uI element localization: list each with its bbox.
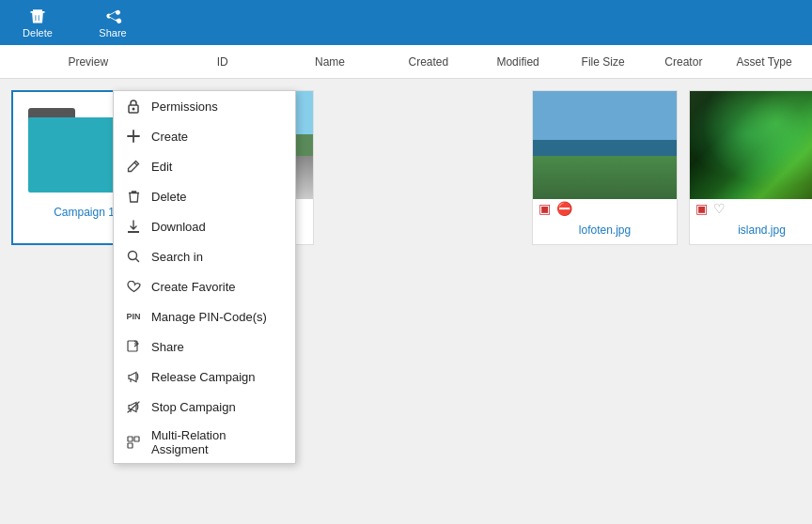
lock-icon (125, 98, 142, 115)
col-assettype: Asset Type (724, 55, 804, 69)
menu-item-search-in[interactable]: Search in (114, 241, 295, 271)
megaphone-icon (125, 368, 142, 385)
svg-point-1 (133, 108, 135, 111)
menu-item-share[interactable]: Share (114, 331, 295, 362)
menu-item-delete[interactable]: Delete (114, 181, 295, 211)
col-creator: Creator (644, 55, 725, 69)
heart-icon (125, 278, 142, 295)
menu-item-release-campaign[interactable]: Release Campaign (114, 362, 295, 392)
search-in-label: Search in (151, 250, 284, 264)
col-filesize: File Size (563, 55, 644, 69)
megaphone-off-icon (125, 398, 142, 415)
svg-rect-6 (128, 443, 133, 448)
toolbar: Delete Share (0, 0, 812, 45)
share-button[interactable]: Share (90, 7, 135, 39)
multi-relation-label: Multi-Relation Assigment (151, 428, 284, 456)
lofoten-image (533, 91, 677, 199)
edit-label: Edit (151, 160, 284, 174)
island-image (690, 91, 812, 199)
col-created: Created (383, 55, 473, 69)
island-stop-icon: ▣ (695, 201, 708, 216)
col-preview: Preview (8, 55, 169, 69)
release-campaign-label: Release Campaign (151, 370, 284, 384)
download-label: Download (151, 220, 284, 234)
menu-item-permissions[interactable]: Permissions (114, 91, 295, 121)
context-menu: Permissions Create Edit (113, 90, 296, 464)
lofoten-stop-icon: ▣ (539, 201, 551, 216)
delete-label: Delete (151, 190, 284, 204)
menu-item-stop-campaign[interactable]: Stop Campaign (114, 392, 295, 422)
menu-item-multi-relation[interactable]: Multi-Relation Assigment (114, 422, 295, 463)
share-icon (125, 338, 142, 355)
menu-item-edit[interactable]: Edit (114, 151, 295, 181)
menu-item-download[interactable]: Download (114, 211, 295, 241)
lofoten-preview (533, 91, 677, 199)
col-modified: Modified (473, 55, 562, 69)
relation-icon (125, 434, 142, 451)
svg-rect-4 (128, 437, 133, 441)
menu-item-create[interactable]: Create (114, 121, 295, 151)
menu-item-create-favorite[interactable]: Create Favorite (114, 271, 295, 301)
pin-icon: PIN (125, 308, 142, 325)
island-preview (690, 91, 812, 199)
col-id: ID (169, 55, 276, 69)
pencil-icon (125, 158, 142, 175)
asset-card-island[interactable]: ▣ ♡ island.jpg (689, 90, 812, 245)
main-content: Campaign 1 Permissions Cre (0, 79, 812, 524)
col-name: Name (276, 55, 383, 69)
manage-pin-label: Manage PIN-Code(s) (151, 310, 284, 324)
island-heart-icon: ♡ (713, 201, 726, 216)
island-label: island.jpg (734, 218, 789, 242)
asset-card-lofoten[interactable]: ▣ ⛔ lofoten.jpg (532, 90, 678, 245)
share-label: Share (151, 340, 284, 354)
create-favorite-label: Create Favorite (151, 280, 284, 294)
column-headers: Preview ID Name Created Modified File Si… (0, 45, 812, 79)
svg-rect-5 (134, 437, 139, 441)
stop-campaign-label: Stop Campaign (151, 400, 284, 414)
lofoten-icons: ▣ ⛔ (533, 199, 578, 218)
trash-icon (125, 188, 142, 205)
folder-label: Campaign 1 (50, 200, 118, 224)
search-icon (125, 248, 142, 265)
plus-icon (125, 128, 142, 145)
delete-button[interactable]: Delete (15, 7, 60, 39)
menu-item-manage-pin[interactable]: PIN Manage PIN-Code(s) (114, 301, 295, 331)
lofoten-blocked-icon: ⛔ (556, 201, 572, 216)
download-icon (125, 218, 142, 235)
lofoten-label: lofoten.jpg (575, 218, 634, 242)
permissions-label: Permissions (151, 100, 284, 114)
island-icons: ▣ ♡ (690, 199, 731, 218)
create-label: Create (151, 130, 284, 144)
